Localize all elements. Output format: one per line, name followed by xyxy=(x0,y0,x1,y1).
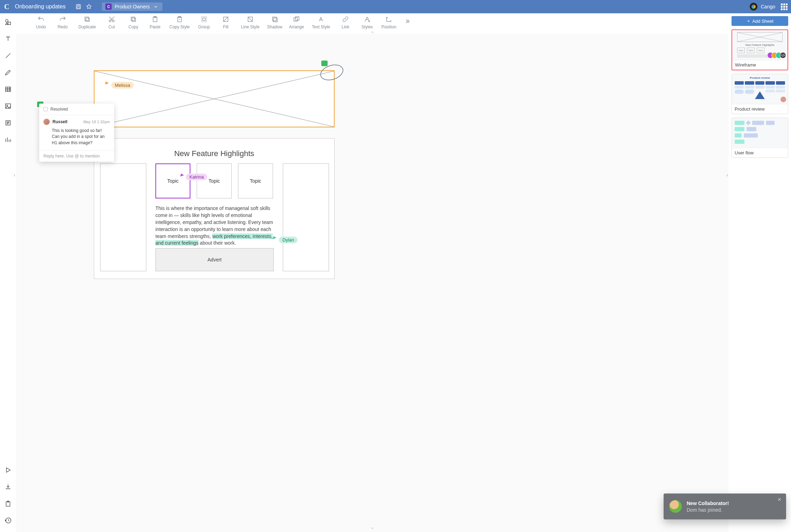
comment-reply-input[interactable]: Reply here. Use @ to mention xyxy=(39,150,114,162)
comment-author-avatar xyxy=(43,119,50,125)
add-sheet-button[interactable]: ＋ Add Sheet xyxy=(732,16,788,26)
brand-block[interactable]: Cango xyxy=(750,3,777,10)
table-tool-icon[interactable] xyxy=(3,84,13,94)
styles-button[interactable]: Styles xyxy=(356,15,378,29)
team-chip-badge: C xyxy=(105,4,112,10)
comment-thread-card: Resolved Russell May 18 1:32pm This is l… xyxy=(39,104,114,162)
text-style-button[interactable]: Text Style xyxy=(307,15,335,29)
shapes-tool-icon[interactable] xyxy=(3,17,13,27)
note-tool-icon[interactable] xyxy=(3,118,13,128)
collab-cursor-katrina: Katrina xyxy=(181,171,207,180)
sheet-presence-avatars xyxy=(782,96,786,103)
chevron-down-icon xyxy=(153,4,159,10)
cursor-icon xyxy=(105,82,109,86)
svg-rect-25 xyxy=(273,17,276,21)
sheet-thumb: Product review xyxy=(732,74,788,104)
svg-point-7 xyxy=(6,105,7,106)
tall-box-left[interactable] xyxy=(100,163,146,271)
panel-heading: New Feature Highlights xyxy=(94,149,334,158)
svg-point-29 xyxy=(369,21,370,22)
tall-box-right[interactable] xyxy=(283,163,329,271)
apps-grid-icon[interactable] xyxy=(781,4,788,10)
topic-box-3[interactable]: Topic xyxy=(238,163,273,198)
sheet-card-wireframe[interactable]: New Feature Highlights TopicTopicTopic +… xyxy=(732,29,788,70)
svg-rect-1 xyxy=(77,5,79,6)
resolved-label: Resolved xyxy=(50,107,68,112)
group-button[interactable]: Group xyxy=(193,15,215,29)
duplicate-button[interactable]: Duplicate xyxy=(74,15,101,29)
pen-tool-icon[interactable] xyxy=(3,67,13,78)
undo-button[interactable]: Undo xyxy=(30,15,52,29)
cut-button[interactable]: Cut xyxy=(101,15,122,29)
comment-body-text: This is looking good so far! Can you add… xyxy=(43,128,110,146)
toast-title: New Collaborator! xyxy=(687,500,729,506)
copy-button[interactable]: Copy xyxy=(122,15,144,29)
svg-rect-5 xyxy=(5,87,10,92)
arrange-button[interactable]: Arrange xyxy=(286,15,307,29)
paste-button[interactable]: Paste xyxy=(144,15,166,29)
collab-cursor-melissa: Melissa xyxy=(105,78,134,89)
comment-marker-icon[interactable] xyxy=(321,61,328,66)
svg-rect-4 xyxy=(8,22,10,24)
toast-close-icon[interactable] xyxy=(777,497,782,503)
svg-rect-21 xyxy=(202,17,207,22)
line-style-button[interactable]: Line Style xyxy=(237,15,264,29)
position-button[interactable]: Position xyxy=(378,15,400,29)
svg-rect-22 xyxy=(203,18,205,20)
svg-rect-26 xyxy=(273,18,277,22)
copy-style-button[interactable]: Copy Style xyxy=(166,15,193,29)
sheet-label: Product review xyxy=(732,104,788,114)
collapse-right-panel-icon[interactable] xyxy=(725,173,729,178)
sheet-card-product-review[interactable]: Product review Product review xyxy=(732,74,788,114)
comment-timestamp: May 18 1:32pm xyxy=(83,120,110,124)
chart-tool-icon[interactable] xyxy=(3,134,13,145)
topic-box-1[interactable]: Topic xyxy=(155,163,190,198)
resolved-checkbox[interactable] xyxy=(43,107,48,111)
svg-rect-15 xyxy=(132,18,135,21)
document-title[interactable]: Onboarding updates xyxy=(15,4,65,10)
topic-box-2[interactable]: Topic xyxy=(197,163,232,198)
wireframe-body-text[interactable]: This is where the importance of manageri… xyxy=(155,205,274,247)
toolbar-overflow-icon[interactable] xyxy=(400,18,414,25)
svg-rect-2 xyxy=(77,7,80,9)
star-icon[interactable] xyxy=(86,4,92,10)
text-tool-icon[interactable] xyxy=(3,34,13,44)
sheet-presence-avatars: +2+ xyxy=(769,52,786,58)
toast-subtitle: Dom has joined. xyxy=(687,507,729,513)
history-icon[interactable] xyxy=(3,515,13,526)
app-header: C Onboarding updates C Product Owners Ca… xyxy=(0,0,791,13)
fill-button[interactable]: Fill xyxy=(215,15,237,29)
link-button[interactable]: Link xyxy=(335,15,356,29)
line-tool-icon[interactable] xyxy=(3,50,13,61)
svg-line-32 xyxy=(737,33,782,42)
expand-canvas-down-icon[interactable] xyxy=(370,526,374,531)
toast-avatar xyxy=(669,500,682,513)
shadow-button[interactable]: Shadow xyxy=(264,15,286,29)
sheet-thumb: New Feature Highlights TopicTopicTopic +… xyxy=(732,30,788,60)
sheets-panel: ＋ Add Sheet New Feature Highlights Topic… xyxy=(729,13,791,532)
sheet-card-user-flow[interactable]: User flow xyxy=(732,118,788,158)
sheet-label: User flow xyxy=(732,148,788,158)
sheet-label: Wireframe xyxy=(732,60,788,70)
brand-logo-icon xyxy=(750,3,757,10)
team-chip-label: Product Owners xyxy=(114,4,149,9)
left-tool-rail xyxy=(0,13,16,532)
svg-rect-12 xyxy=(85,17,89,21)
canvas[interactable]: Melissa New Feature Highlights Topic Top… xyxy=(16,34,729,532)
download-icon[interactable] xyxy=(3,482,13,492)
save-icon[interactable] xyxy=(75,4,82,10)
svg-line-33 xyxy=(737,33,782,42)
collab-cursor-dylan: Dylan xyxy=(273,233,298,243)
team-chip[interactable]: C Product Owners xyxy=(102,2,162,11)
app-logo[interactable]: C xyxy=(4,3,9,11)
comment-author-name: Russell xyxy=(52,119,68,124)
cursor-icon xyxy=(180,174,184,178)
advert-box[interactable]: Advert xyxy=(155,248,274,271)
image-tool-icon[interactable] xyxy=(3,101,13,111)
share-sheet-icon[interactable] xyxy=(3,498,13,509)
brand-name: Cango xyxy=(761,4,775,9)
redo-button[interactable]: Redo xyxy=(52,15,74,29)
play-icon[interactable] xyxy=(3,465,13,475)
collaborator-toast: New Collaborator! Dom has joined. xyxy=(664,493,786,519)
svg-point-3 xyxy=(5,20,8,22)
